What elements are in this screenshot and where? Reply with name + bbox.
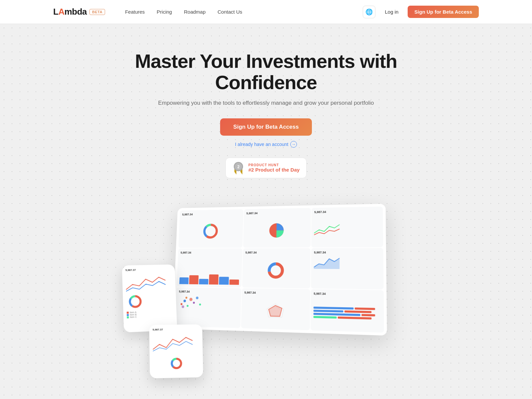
already-account-text: I already have an account <box>235 142 288 147</box>
ph-label: PRODUCT HUNT <box>248 163 300 167</box>
svg-point-17 <box>193 302 195 304</box>
main-dashboard-panel: 5,987.34 5,987.34 <box>173 203 387 335</box>
signup-button-hero[interactable]: Sign Up for Beta Access <box>220 118 312 136</box>
svg-point-14 <box>184 300 186 302</box>
svg-point-15 <box>187 305 189 307</box>
already-account-link[interactable]: I already have an account → <box>235 141 297 148</box>
globe-icon: 🌐 <box>365 8 373 16</box>
logo-text: LAmbda <box>53 7 87 17</box>
site-header: LAmbda BETA Features Pricing Roadmap Con… <box>0 0 532 24</box>
logo[interactable]: LAmbda BETA <box>53 7 105 17</box>
arrow-circle-icon: → <box>290 141 297 148</box>
hero-section: Master Your Investments with Confidence … <box>0 24 532 192</box>
login-button[interactable]: Log in <box>381 6 402 17</box>
language-button[interactable]: 🌐 <box>363 6 375 18</box>
nav-contact[interactable]: Contact Us <box>217 9 242 15</box>
svg-text:2: 2 <box>237 165 240 169</box>
dash-card-line: 5,987.34 <box>311 206 383 247</box>
header-actions: 🌐 Log in Sign Up for Beta Access <box>363 6 479 18</box>
dash-card-bar2: 5,987.34 <box>311 289 384 332</box>
dash-card-area: 5,987.34 <box>311 248 383 289</box>
signup-button-header[interactable]: Sign Up for Beta Access <box>408 6 479 18</box>
dash-card-bar1: 5,987.34 <box>177 248 242 287</box>
phone-left-panel: 5,987.37 Item A Item B Item C <box>122 264 177 332</box>
phone-bottom-panel: 5,987.37 <box>149 324 203 378</box>
medal-icon: 2 <box>232 161 244 175</box>
dash-card-donut: 5,987.34 <box>179 209 243 248</box>
hero-subtitle: Empowering you with the tools to effortl… <box>7 100 525 106</box>
ph-title: #2 Product of the Day <box>248 167 300 173</box>
main-nav: Features Pricing Roadmap Contact Us <box>125 9 363 15</box>
svg-point-13 <box>181 303 183 305</box>
svg-point-19 <box>186 297 188 299</box>
dash-card-radar: 5,987.34 <box>241 288 310 330</box>
dash-card-donut2: 5,987.34 <box>242 248 311 288</box>
product-hunt-badge[interactable]: 2 PRODUCT HUNT #2 Product of the Day <box>225 158 307 178</box>
dash-card-scatter: 5,987.34 <box>175 287 241 328</box>
product-hunt-text: PRODUCT HUNT #2 Product of the Day <box>248 163 300 173</box>
svg-point-16 <box>189 298 193 301</box>
nav-features[interactable]: Features <box>125 9 145 15</box>
svg-point-21 <box>182 305 184 308</box>
nav-pricing[interactable]: Pricing <box>157 9 172 15</box>
svg-point-20 <box>199 303 201 305</box>
beta-badge: BETA <box>89 9 105 15</box>
dash-card-pie: 5,987.34 <box>243 208 311 248</box>
svg-point-18 <box>196 297 199 299</box>
hero-title: Master Your Investments with Confidence <box>133 51 399 93</box>
dashboard-illustration: 5,987.34 5,987.34 <box>0 198 532 391</box>
nav-roadmap[interactable]: Roadmap <box>184 9 205 15</box>
